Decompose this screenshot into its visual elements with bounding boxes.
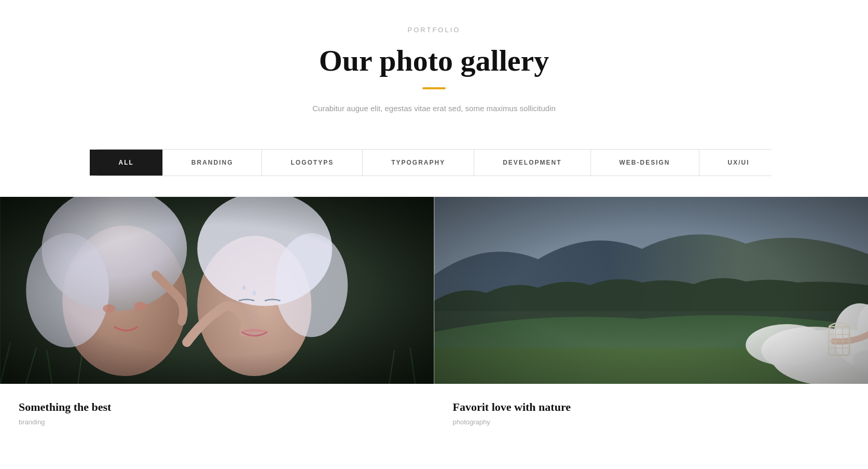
portfolio-label: PORTFOLIO	[10, 26, 858, 34]
gallery-grid: Something the best branding	[0, 197, 868, 443]
gallery-item-category-2: photography	[453, 418, 850, 426]
tab-logotyps[interactable]: LOGOTYPS	[262, 150, 363, 176]
gallery-item-1[interactable]: Something the best branding	[0, 197, 434, 443]
gallery-item-title-1: Something the best	[19, 400, 416, 414]
gallery-item-2[interactable]: Favorit love with nature photography	[434, 197, 869, 443]
tab-all[interactable]: ALL	[90, 150, 162, 176]
tab-development[interactable]: DEVELOPMENT	[474, 150, 590, 176]
tab-typography[interactable]: TYPOGRAPHY	[363, 150, 474, 176]
gallery-image-2	[434, 197, 869, 384]
header-section: PORTFOLIO Our photo gallery Curabitur au…	[0, 0, 868, 149]
gallery-item-title-2: Favorit love with nature	[453, 400, 850, 414]
gallery-item-category-1: branding	[19, 418, 416, 426]
gallery-image-1	[0, 197, 434, 384]
page-title: Our photo gallery	[10, 43, 858, 78]
accent-divider	[422, 87, 446, 89]
filter-tabs: ALL BRANDING LOGOTYPS TYPOGRAPHY DEVELOP…	[97, 149, 771, 176]
tab-branding[interactable]: BRANDING	[163, 150, 263, 176]
gallery-caption-2: Favorit love with nature photography	[434, 386, 869, 443]
svg-rect-19	[0, 197, 434, 384]
tab-ux-ui[interactable]: UX/UI	[699, 150, 778, 176]
tab-web-design[interactable]: WEB-DESIGN	[591, 150, 699, 176]
subtitle-text: Curabitur augue elit, egestas vitae erat…	[10, 104, 858, 113]
gallery-caption-1: Something the best branding	[0, 386, 434, 443]
svg-rect-47	[434, 197, 868, 384]
